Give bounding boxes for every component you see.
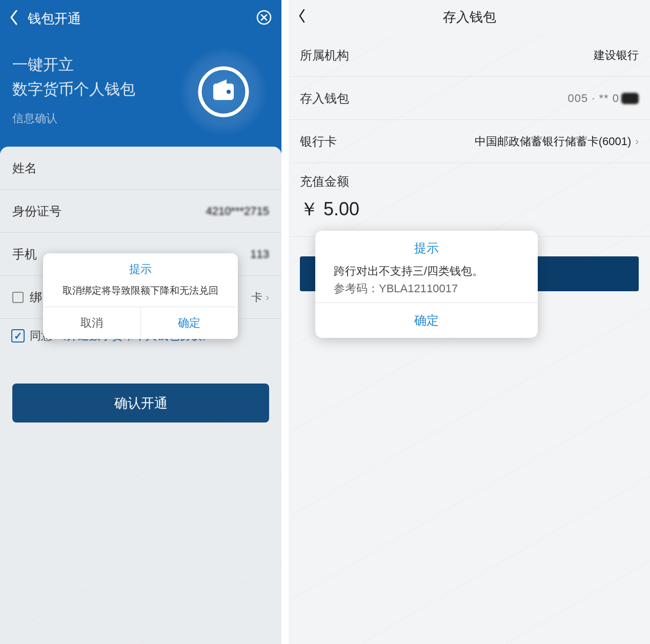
wallet-masked-text: 005 · ** 0 bbox=[567, 92, 619, 105]
wallet-icon bbox=[180, 48, 267, 135]
label-bankcard: 银行卡 bbox=[300, 133, 337, 150]
value-org: 建设银行 bbox=[594, 48, 639, 63]
value-deposit-wallet: 005 · ** 0 bbox=[567, 92, 639, 105]
label-phone: 手机 bbox=[12, 246, 37, 263]
checkbox-agree[interactable]: ✓ bbox=[11, 329, 25, 343]
header-left: 钱包开通 bbox=[0, 0, 281, 37]
screen-divider bbox=[281, 0, 289, 644]
label-org: 所属机构 bbox=[300, 47, 349, 64]
dialog-tip-right: 提示 跨行对出不支持三/四类钱包。 参考码：YBLA12110017 确定 bbox=[315, 231, 538, 338]
row-deposit-wallet[interactable]: 存入钱包 005 · ** 0 bbox=[289, 77, 650, 120]
page-title: 存入钱包 bbox=[289, 8, 650, 26]
value-bankcard: 卡 bbox=[251, 290, 262, 305]
screen-deposit-wallet: 存入钱包 所属机构 建设银行 存入钱包 005 · ** 0 银行卡 中国邮政储… bbox=[289, 0, 650, 644]
dialog-msg-line1: 跨行对出不支持三/四类钱包。 bbox=[334, 263, 521, 280]
dialog-title: 提示 bbox=[315, 231, 538, 263]
hero-banner: 一键开立 数字货币个人钱包 信息确认 bbox=[0, 37, 281, 154]
back-icon[interactable] bbox=[298, 9, 306, 25]
dialog-tip-left: 提示 取消绑定将导致限额下降和无法兑回 取消 确定 bbox=[43, 253, 238, 339]
redaction-icon bbox=[621, 93, 639, 104]
label-deposit-wallet: 存入钱包 bbox=[300, 90, 349, 107]
back-icon[interactable] bbox=[9, 10, 18, 27]
value-bankcard: 中国邮政储蓄银行储蓄卡(6001) › bbox=[475, 134, 639, 149]
bankcard-text: 中国邮政储蓄银行储蓄卡(6001) bbox=[475, 134, 632, 149]
dialog-message: 取消绑定将导致限额下降和无法兑回 bbox=[43, 281, 238, 307]
value-phone: 113 bbox=[250, 248, 269, 261]
ok-button[interactable]: 确定 bbox=[315, 303, 538, 338]
svg-point-3 bbox=[227, 90, 231, 94]
ok-button[interactable]: 确定 bbox=[141, 307, 238, 339]
ref-label: 参考码： bbox=[334, 282, 379, 295]
ref-code: YBLA12110017 bbox=[379, 282, 458, 295]
page-title: 钱包开通 bbox=[28, 10, 256, 28]
dialog-title: 提示 bbox=[43, 253, 238, 281]
confirm-open-label: 确认开通 bbox=[114, 394, 168, 412]
chevron-right-icon: › bbox=[266, 291, 269, 303]
chevron-right-icon: › bbox=[635, 135, 639, 147]
cancel-button[interactable]: 取消 bbox=[43, 307, 141, 339]
value-idcard: 4210***2715 bbox=[206, 205, 269, 218]
row-org: 所属机构 建设银行 bbox=[289, 34, 650, 77]
row-name[interactable]: 姓名 bbox=[0, 147, 281, 190]
row-idcard[interactable]: 身份证号 4210***2715 bbox=[0, 190, 281, 233]
screen-wallet-open: 钱包开通 一键开立 数字货币个人钱包 信息确认 姓名 身份证号 4210***2… bbox=[0, 0, 281, 644]
confirm-open-button[interactable]: 确认开通 bbox=[12, 384, 269, 422]
dialog-ref: 参考码：YBLA12110017 bbox=[334, 280, 521, 297]
checkbox-bind[interactable] bbox=[12, 292, 24, 303]
label-bankcard: 绑 bbox=[30, 289, 42, 306]
dialog-buttons: 取消 确定 bbox=[43, 307, 238, 339]
dialog-message: 跨行对出不支持三/四类钱包。 参考码：YBLA12110017 bbox=[315, 263, 538, 303]
label-amount: 充值金额 bbox=[289, 163, 650, 193]
label-name: 姓名 bbox=[12, 160, 37, 176]
header-right: 存入钱包 bbox=[289, 0, 650, 34]
close-icon[interactable] bbox=[256, 9, 272, 28]
label-idcard: 身份证号 bbox=[12, 203, 62, 219]
row-bankcard[interactable]: 银行卡 中国邮政储蓄银行储蓄卡(6001) › bbox=[289, 120, 650, 163]
